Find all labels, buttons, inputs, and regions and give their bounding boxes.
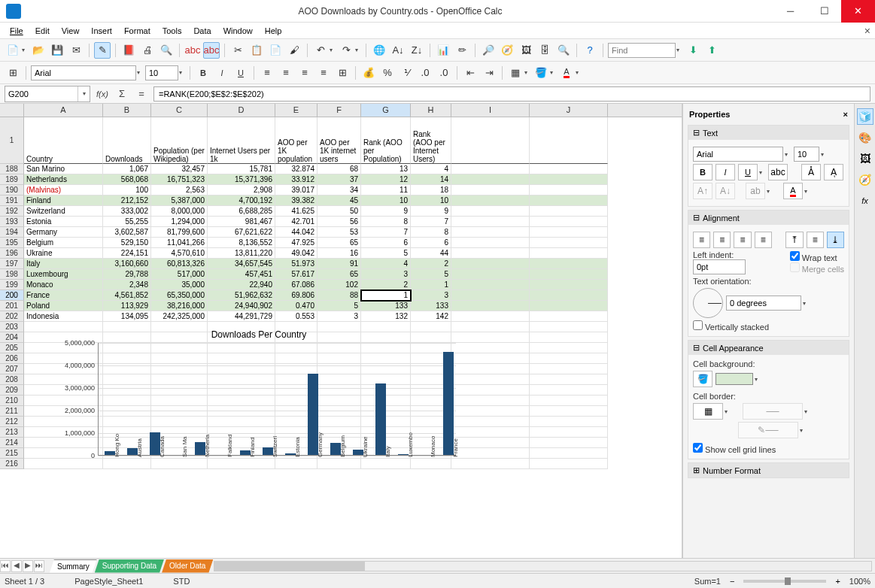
cell[interactable]: 69.806 [275, 290, 317, 301]
rail-gallery-icon[interactable]: 🖼 [857, 150, 873, 167]
print-icon[interactable]: 🖨 [139, 42, 156, 59]
col-header[interactable]: F [317, 104, 361, 117]
zoom-in-icon[interactable]: + [835, 577, 840, 586]
format-paint-icon[interactable]: 🖌 [286, 42, 302, 59]
sheet-tab-older[interactable]: Older Data [162, 559, 213, 573]
left-indent-input[interactable] [693, 259, 746, 274]
cell[interactable] [530, 353, 608, 364]
rail-styles-icon[interactable]: 🎨 [857, 129, 873, 146]
sheet-tab-summary[interactable]: Summary [50, 559, 97, 573]
cell[interactable]: 81,799,600 [151, 227, 208, 238]
vstack-checkbox[interactable] [693, 320, 703, 330]
cell[interactable]: 65 [317, 238, 361, 248]
bg-swatch[interactable] [715, 373, 753, 385]
cell[interactable]: 4,700,192 [208, 195, 275, 206]
cell[interactable]: 102 [317, 280, 361, 290]
datasources-icon[interactable]: 🗄 [536, 42, 553, 59]
cell[interactable] [451, 259, 530, 269]
valign-top-icon[interactable]: ⤒ [785, 232, 803, 248]
cell[interactable]: 60,813,326 [151, 259, 208, 269]
cell[interactable] [451, 248, 530, 259]
cell[interactable]: 4,561,852 [103, 290, 151, 301]
cell[interactable]: Belgium [24, 238, 103, 248]
cell[interactable]: 4,570,610 [151, 248, 208, 259]
col-header[interactable]: A [24, 104, 103, 117]
cell[interactable]: 1 [411, 280, 451, 290]
cell[interactable] [530, 311, 608, 322]
cell[interactable] [530, 396, 608, 406]
navigator-icon[interactable]: 🧭 [499, 42, 515, 59]
cell[interactable]: 2,348 [103, 280, 151, 290]
cell[interactable]: 5 [411, 269, 451, 280]
edit-mode-icon[interactable]: ✎ [94, 42, 111, 59]
cell[interactable]: 529,150 [103, 238, 151, 248]
cell[interactable]: 38,216,000 [151, 301, 208, 311]
cell[interactable] [530, 459, 608, 469]
add-decimal-icon[interactable]: .0 [417, 65, 433, 81]
find-prev-icon[interactable]: ⬆ [703, 42, 720, 59]
cell[interactable] [451, 217, 530, 227]
menu-insert[interactable]: Insert [86, 25, 117, 37]
gallery-icon[interactable]: 🖼 [518, 42, 534, 59]
zoom-icon[interactable]: 🔍 [555, 42, 572, 59]
paste-icon[interactable]: 📄 [267, 42, 284, 59]
cell[interactable]: 113,929 [103, 301, 151, 311]
cell[interactable] [530, 364, 608, 374]
align-left-icon[interactable]: ≡ [259, 65, 275, 81]
cell[interactable]: 2 [411, 259, 451, 269]
cell[interactable]: 56 [317, 217, 361, 227]
cell[interactable]: 15,781 [208, 164, 275, 174]
sidebar-shrink-icon[interactable]: A↓ [715, 183, 735, 199]
cell[interactable]: Rank (AOO per Internet Users) [411, 117, 451, 164]
sidebar-highlight-icon[interactable]: ab [746, 183, 765, 199]
align-right-icon[interactable]: ≡ [296, 65, 313, 81]
cell[interactable]: 1,294,000 [151, 217, 208, 227]
italic-icon[interactable]: I [214, 65, 230, 81]
bold-icon[interactable]: B [195, 65, 211, 81]
cell[interactable]: 24,940,902 [208, 301, 275, 311]
cell[interactable]: 6 [411, 238, 451, 248]
cell[interactable]: 49.042 [275, 248, 317, 259]
document-close-icon[interactable]: × [864, 25, 870, 37]
sidebar-underline-icon[interactable]: U [738, 164, 758, 180]
cell[interactable] [530, 438, 608, 448]
menu-data[interactable]: Data [188, 25, 216, 37]
cut-icon[interactable]: ✂ [229, 42, 246, 59]
select-all-corner[interactable] [0, 104, 24, 117]
cell[interactable] [451, 290, 530, 301]
decrease-indent-icon[interactable]: ⇤ [462, 65, 479, 81]
cell[interactable] [530, 280, 608, 290]
cell[interactable] [530, 301, 608, 311]
cell[interactable]: 3 [361, 269, 411, 280]
email-icon[interactable]: ✉ [68, 42, 84, 59]
cell[interactable] [530, 448, 608, 459]
rail-properties-icon[interactable]: 🧊 [857, 108, 873, 125]
col-header[interactable]: H [411, 104, 451, 117]
valign-mid-icon[interactable]: ≡ [807, 232, 824, 248]
cell[interactable]: 9 [361, 206, 411, 217]
cell[interactable]: 4 [411, 164, 451, 174]
font-size-input[interactable] [145, 65, 178, 80]
cell[interactable]: 5 [361, 248, 411, 259]
cell[interactable]: France [24, 290, 103, 301]
spellcheck-icon[interactable]: abc [184, 42, 201, 59]
tab-next-icon[interactable]: ▶ [23, 560, 33, 572]
cell[interactable]: 13,811,220 [208, 248, 275, 259]
cell[interactable]: Italy [24, 259, 103, 269]
cell[interactable]: 16,751,323 [151, 174, 208, 185]
currency-icon[interactable]: 💰 [360, 65, 377, 81]
embedded-chart[interactable]: Downloads Per Country01,000,0002,000,000… [48, 323, 469, 489]
cell[interactable]: 134,095 [103, 311, 151, 322]
sum-icon[interactable]: Σ [114, 88, 129, 99]
menu-help[interactable]: Help [260, 25, 287, 37]
cell[interactable] [530, 217, 608, 227]
cell[interactable]: Downloads [103, 117, 151, 164]
cell[interactable]: 11,041,266 [151, 238, 208, 248]
menu-view[interactable]: View [56, 25, 85, 37]
cell[interactable]: 132 [361, 311, 411, 322]
sidebar-super-icon[interactable]: A̽ [801, 164, 821, 180]
minimize-button[interactable]: ─ [773, 0, 807, 23]
cell[interactable] [530, 417, 608, 427]
align-left-icon[interactable]: ≡ [693, 232, 710, 248]
cell[interactable]: 15,371,396 [208, 174, 275, 185]
